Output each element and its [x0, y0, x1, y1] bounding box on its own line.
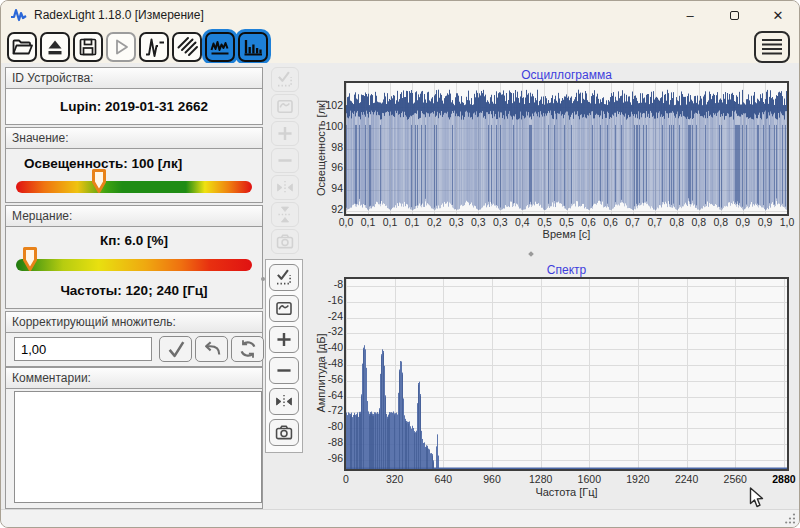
close-button[interactable]: ✕ — [767, 5, 789, 25]
tick-label: 98 — [315, 141, 343, 153]
window-controls: – ✕ — [679, 1, 789, 29]
device-id-header: ID Устройства: — [5, 67, 263, 89]
comments-textarea[interactable] — [14, 391, 262, 503]
snapshot-button[interactable] — [269, 419, 299, 446]
status-bar — [1, 509, 800, 528]
oscillogram-x-axis-label: Время [с] — [346, 228, 787, 240]
window-title: RadexLight 1.18.0 [Измерение] — [34, 8, 204, 22]
oscillogram-plot[interactable] — [344, 81, 789, 216]
bar-chart-icon — [241, 35, 265, 59]
fit-horizontal-button — [271, 175, 299, 200]
maximize-button[interactable] — [723, 5, 745, 25]
tick-label: 1920 — [621, 473, 655, 485]
multiplier-body — [5, 333, 263, 367]
resize-grip-icon[interactable] — [785, 513, 796, 524]
tick-label: 102 — [315, 99, 343, 111]
comments-header: Комментарии: — [5, 367, 263, 389]
tick-label: -40 — [315, 341, 343, 353]
select-region-button — [271, 67, 299, 92]
refresh-multiplier-button[interactable] — [231, 336, 264, 362]
main-toolbar — [7, 32, 268, 62]
tick-label: 96 — [315, 161, 343, 173]
eject-button[interactable] — [40, 32, 70, 62]
tick-label: 94 — [315, 182, 343, 194]
device-id-value-box: Lupin: 2019-01-31 2662 — [5, 89, 263, 125]
fit-horizontal-button[interactable] — [269, 388, 299, 415]
spectrum-x-axis-label: Частота [Гц] — [346, 486, 787, 498]
tick-label: 960 — [475, 473, 509, 485]
multiplier-header: Корректирующий множитель: — [5, 311, 263, 333]
measure-button[interactable] — [139, 32, 169, 62]
open-button[interactable] — [7, 32, 37, 62]
open-folder-icon — [10, 35, 34, 59]
tick-label: -24 — [315, 310, 343, 322]
tick-label: 92 — [315, 203, 343, 215]
device-id-value: Lupin: 2019-01-31 2662 — [60, 99, 208, 114]
fit-view-button — [271, 94, 299, 119]
tick-label: 320 — [378, 473, 412, 485]
tick-label: -56 — [315, 373, 343, 385]
zoom-in-icon — [273, 329, 295, 350]
tick-label: -80 — [315, 420, 343, 432]
tick-label: 1280 — [524, 473, 558, 485]
flicker-body: Кп: 6.0 [%] Частоты: 120; 240 [Гц] — [5, 227, 263, 309]
snapshot-button — [271, 229, 299, 254]
mouse-cursor — [749, 487, 765, 509]
illuminance-scale-slider[interactable] — [16, 181, 252, 193]
eject-icon — [43, 35, 67, 59]
flicker-scale-slider[interactable] — [16, 259, 252, 271]
fit-view-icon — [273, 298, 295, 319]
spectrum-view-button[interactable] — [238, 32, 268, 62]
check-icon — [165, 339, 187, 359]
tick-label: -48 — [315, 357, 343, 369]
rays-icon — [175, 35, 199, 59]
fit-horizontal-icon — [274, 177, 296, 198]
select-region-icon — [274, 69, 296, 90]
fit-vertical-button — [271, 202, 299, 227]
undo-arrow-icon — [201, 339, 223, 359]
tick-label: -96 — [315, 452, 343, 464]
undo-multiplier-button[interactable] — [195, 336, 228, 362]
save-icon — [76, 35, 100, 59]
fit-view-icon — [274, 96, 296, 117]
tick-label: -64 — [315, 389, 343, 401]
oscillogram-title: Осциллограмма — [346, 68, 787, 82]
snapshot-icon — [273, 422, 295, 443]
light-rays-button[interactable] — [172, 32, 202, 62]
oscillogram-view-button[interactable] — [205, 32, 235, 62]
spectrum-plot[interactable] — [344, 277, 789, 471]
apply-multiplier-button[interactable] — [159, 336, 192, 362]
illuminance-scale-marker[interactable] — [90, 168, 107, 195]
flicker-frequencies: Частоты: 120; 240 [Гц] — [6, 283, 262, 298]
splitter-grip[interactable] — [261, 277, 265, 281]
fit-vertical-icon — [274, 204, 296, 225]
tick-label: -16 — [315, 294, 343, 306]
titlebar[interactable]: RadexLight 1.18.0 [Измерение] – ✕ — [1, 1, 799, 29]
comments-body — [5, 389, 263, 509]
fit-view-button[interactable] — [269, 295, 299, 322]
spectrum-title: Спектр — [346, 263, 787, 277]
multiplier-input[interactable] — [14, 337, 152, 361]
minimize-button[interactable]: – — [679, 5, 701, 25]
menu-button[interactable] — [754, 31, 790, 63]
maximize-icon — [730, 11, 739, 20]
flicker-kp-reading: Кп: 6.0 [%] — [6, 233, 262, 248]
app-window: RadexLight 1.18.0 [Измерение] – ✕ — [0, 0, 800, 528]
tick-label: -32 — [315, 325, 343, 337]
snapshot-icon — [274, 231, 296, 252]
play-button[interactable] — [106, 32, 136, 62]
select-region-button[interactable] — [269, 264, 299, 291]
tick-label: 100 — [315, 120, 343, 132]
zoom-out-icon — [273, 360, 295, 381]
select-region-icon — [273, 267, 295, 288]
zoom-in-button[interactable] — [269, 326, 299, 353]
save-button[interactable] — [73, 32, 103, 62]
tick-label: -88 — [315, 436, 343, 448]
flicker-scale-marker[interactable] — [22, 246, 39, 273]
splitter-grip[interactable] — [528, 251, 534, 257]
refresh-icon — [237, 339, 259, 359]
tick-label: 640 — [426, 473, 460, 485]
zoom-out-button[interactable] — [269, 357, 299, 384]
value-body: Освещенность: 100 [лк] — [5, 149, 263, 203]
tick-label: -72 — [315, 404, 343, 416]
